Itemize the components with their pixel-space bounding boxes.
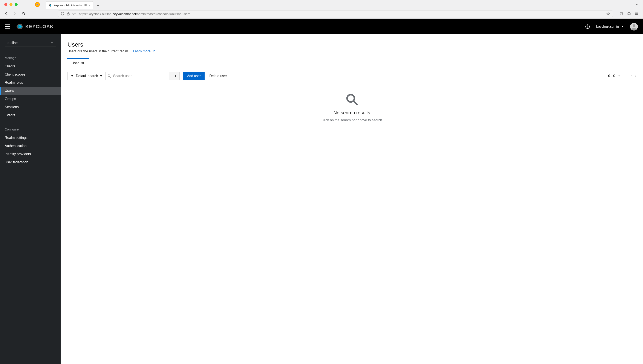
search-input-wrap — [105, 72, 170, 80]
keycloak-favicon-icon — [49, 4, 52, 7]
search-icon — [105, 74, 111, 78]
sidebar-item-clients[interactable]: Clients — [0, 62, 61, 70]
svg-point-6 — [73, 13, 74, 14]
add-user-button[interactable]: Add user — [183, 72, 204, 80]
sidebar-item-client-scopes[interactable]: Client scopes — [0, 70, 61, 78]
pager-range: 0 - 0 — [608, 74, 615, 78]
filter-label: Default search — [76, 74, 98, 78]
app-menu-icon[interactable] — [635, 12, 639, 15]
caret-down-icon — [100, 75, 102, 76]
window-maximize-button[interactable] — [15, 3, 18, 6]
window-controls: Keycloak Administration UI × + — [0, 0, 643, 9]
username-label: keycloakadmin — [596, 25, 619, 28]
page-description: Users are the users in the current realm… — [68, 49, 643, 53]
avatar[interactable] — [630, 23, 638, 30]
empty-description: Click on the search bar above to search — [61, 118, 643, 122]
caret-down-icon: ▼ — [51, 42, 53, 44]
browser-tab[interactable]: Keycloak Administration UI × — [46, 1, 93, 9]
search-large-icon — [61, 93, 643, 106]
svg-rect-5 — [67, 14, 69, 15]
page-prev-button[interactable]: ‹ — [630, 74, 632, 78]
firefox-icon — [35, 2, 40, 7]
lock-icon — [67, 12, 70, 16]
page-title: Users — [68, 41, 643, 48]
svg-point-11 — [633, 24, 635, 27]
search-input[interactable] — [111, 72, 169, 80]
pagination: 0 - 0 ▼ ‹ › — [608, 74, 636, 78]
tab-close-icon[interactable]: × — [89, 4, 90, 7]
svg-point-12 — [108, 75, 110, 77]
arrow-right-icon — [173, 74, 177, 78]
help-button[interactable]: ? — [585, 24, 590, 29]
keycloak-logo[interactable]: KEYCLOAK — [16, 24, 54, 30]
realm-selector[interactable]: outline ▼ — [5, 39, 56, 47]
address-row: https://keycloak.outline.heyvaldemar.net… — [0, 9, 643, 18]
delete-user-button[interactable]: Delete user — [208, 74, 228, 78]
sidebar-item-users[interactable]: Users — [0, 87, 61, 95]
sidebar-item-user-federation[interactable]: User federation — [0, 158, 61, 166]
reload-button[interactable] — [22, 12, 26, 16]
tab-user-list[interactable]: User list — [67, 58, 89, 68]
realm-name: outline — [8, 41, 18, 45]
main-content: Users Users are the users in the current… — [61, 34, 643, 364]
empty-state: No search results Click on the search ba… — [61, 84, 643, 122]
sidebar-item-groups[interactable]: Groups — [0, 95, 61, 103]
learn-more-link[interactable]: Learn more — [133, 49, 155, 53]
menu-toggle-button[interactable] — [5, 24, 10, 28]
sidebar-item-events[interactable]: Events — [0, 111, 61, 119]
app-header: KEYCLOAK ? keycloakadmin — [0, 19, 643, 34]
bookmark-star-icon[interactable] — [606, 12, 610, 16]
list-tabs-button[interactable] — [636, 4, 639, 6]
address-bar[interactable]: https://keycloak.outline.heyvaldemar.net… — [58, 10, 613, 17]
traffic-lights — [4, 3, 18, 6]
sidebar-item-authentication[interactable]: Authentication — [0, 142, 61, 150]
caret-down-icon[interactable]: ▼ — [618, 75, 620, 77]
caret-down-icon — [621, 26, 624, 27]
empty-title: No search results — [61, 110, 643, 116]
sidebar-item-identity-providers[interactable]: Identity providers — [0, 150, 61, 158]
keycloak-logo-text: KEYCLOAK — [25, 24, 54, 30]
pocket-icon[interactable] — [619, 12, 623, 16]
window-minimize-button[interactable] — [10, 3, 13, 6]
extensions-icon[interactable] — [627, 12, 631, 16]
sidebar-item-sessions[interactable]: Sessions — [0, 103, 61, 111]
tab-row: Keycloak Administration UI × + — [46, 0, 99, 9]
window-close-button[interactable] — [4, 3, 7, 6]
tab-title: Keycloak Administration UI — [54, 4, 87, 7]
external-link-icon — [152, 50, 155, 53]
new-tab-button[interactable]: + — [97, 3, 99, 9]
back-button[interactable] — [4, 12, 9, 16]
section-configure-label: Configure — [0, 124, 61, 134]
forward-button[interactable] — [13, 12, 17, 16]
shield-icon — [61, 12, 64, 16]
key-icon — [72, 13, 76, 15]
user-dropdown[interactable]: keycloakadmin — [596, 25, 624, 28]
browser-chrome: Keycloak Administration UI × + https://k… — [0, 0, 643, 19]
search-submit-button[interactable] — [170, 72, 180, 80]
tabs: User list — [67, 58, 643, 68]
sidebar-item-realm-settings[interactable]: Realm settings — [0, 134, 61, 142]
url-text: https://keycloak.outline.heyvaldemar.net… — [79, 12, 190, 16]
sidebar-item-realm-roles[interactable]: Realm roles — [0, 78, 61, 87]
keycloak-logo-icon — [16, 24, 24, 30]
sidebar: outline ▼ Manage Clients Client scopes R… — [0, 34, 61, 364]
filter-dropdown[interactable]: Default search — [68, 72, 106, 80]
filter-icon — [71, 74, 74, 78]
svg-point-7 — [629, 12, 629, 13]
page-next-button[interactable]: › — [635, 74, 636, 78]
toolbar: Default search Add user Delete user 0 - … — [61, 68, 643, 84]
svg-point-2 — [37, 4, 38, 5]
section-manage-label: Manage — [0, 53, 61, 62]
